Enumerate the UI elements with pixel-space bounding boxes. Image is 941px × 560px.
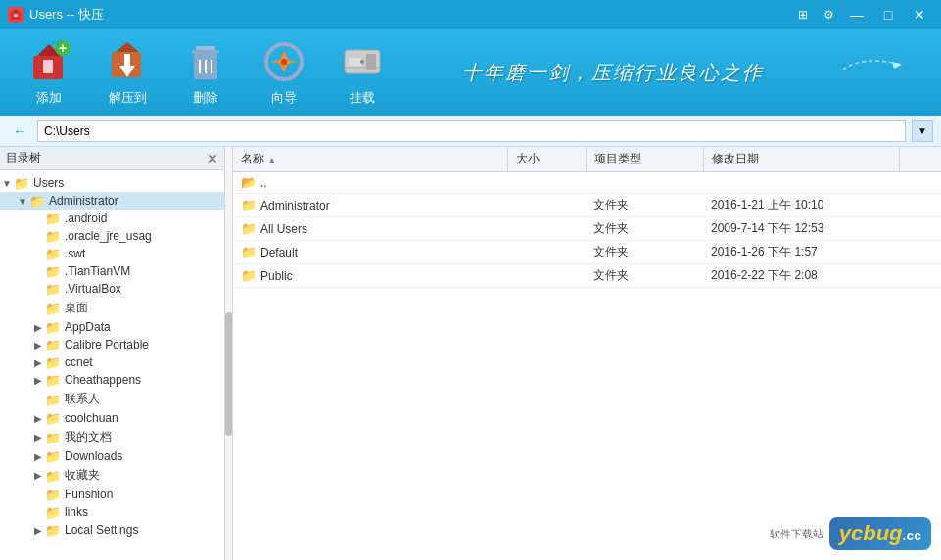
- tree-toggle[interactable]: ▶: [31, 355, 45, 369]
- address-input[interactable]: [37, 120, 906, 142]
- tree-toggle[interactable]: ▶: [31, 469, 45, 483]
- folder-icon: 📁: [45, 229, 61, 243]
- tree-item[interactable]: ▶📁AppData: [0, 318, 224, 336]
- file-size-cell: [507, 172, 586, 194]
- tree-toggle[interactable]: ▶: [31, 338, 45, 351]
- tree-item-label: Users: [33, 176, 64, 190]
- tree-item[interactable]: ▶📁ccnet: [0, 353, 224, 371]
- tree-item[interactable]: ▶📁Local Settings: [0, 521, 224, 538]
- maximize-button[interactable]: □: [874, 4, 902, 25]
- folder-icon: 📁: [29, 194, 45, 208]
- tree-toggle[interactable]: ▼: [0, 176, 14, 190]
- tree-item-label: AppData: [65, 320, 111, 334]
- tree-toggle[interactable]: ▶: [31, 411, 45, 425]
- folder-icon: 📁: [45, 338, 61, 351]
- tree-item[interactable]: 📁联系人: [0, 389, 224, 409]
- file-date-cell: 2016-1-26 下午 1:57: [703, 241, 899, 264]
- tree-item[interactable]: 📁.oracle_jre_usag: [0, 227, 224, 245]
- tree-toggle[interactable]: ▶: [31, 523, 45, 537]
- col-date-header[interactable]: 修改日期: [703, 147, 899, 172]
- folder-icon: 📁: [241, 198, 257, 212]
- file-table-body: 📂.. 📁Administrator 文件夹 2016-1-21 上午 10:1…: [233, 172, 941, 288]
- grid-button[interactable]: ⊞: [792, 4, 814, 25]
- tree-item-label: 我的文档: [65, 429, 112, 445]
- address-bar: ← ▼: [0, 116, 941, 147]
- settings-button[interactable]: ⚙: [818, 4, 839, 25]
- folder-icon: 📁: [45, 469, 61, 483]
- col-size-header[interactable]: 大小: [507, 147, 586, 172]
- tree-item[interactable]: ▶📁我的文档: [0, 427, 224, 447]
- watermark-logo: ycbug: [839, 521, 903, 545]
- delete-button[interactable]: 删除: [176, 38, 235, 107]
- table-row[interactable]: 📁Default 文件夹 2016-1-26 下午 1:57: [233, 241, 941, 264]
- tree-item-label: .android: [65, 211, 107, 225]
- extract-icon: [104, 38, 151, 85]
- folder-icon: 📁: [45, 247, 61, 260]
- col-type-header[interactable]: 项目类型: [586, 147, 703, 172]
- svg-rect-23: [349, 58, 362, 66]
- tree-item[interactable]: 📁.android: [0, 210, 224, 227]
- folder-icon: 📁: [14, 176, 29, 190]
- tree-scrollbar[interactable]: [225, 147, 233, 560]
- extract-button[interactable]: 解压到: [98, 38, 157, 107]
- tree-item[interactable]: 📁.VirtualBox: [0, 280, 224, 298]
- file-date-cell: 2009-7-14 下午 12:53: [703, 217, 899, 241]
- tree-item[interactable]: 📁links: [0, 503, 224, 521]
- tree-item[interactable]: ▶📁收藏夹: [0, 465, 224, 486]
- tree-item[interactable]: 📁桌面: [0, 298, 224, 318]
- file-size-cell: [507, 217, 586, 241]
- tree-toggle[interactable]: ▶: [31, 431, 45, 444]
- table-row[interactable]: 📁All Users 文件夹 2009-7-14 下午 12:53: [233, 217, 941, 241]
- folder-icon: 📁: [241, 221, 257, 236]
- mount-button[interactable]: 挂载: [333, 38, 392, 107]
- tree-body[interactable]: ▼📁Users▼📁Administrator📁.android📁.oracle_…: [0, 170, 224, 560]
- tree-toggle[interactable]: ▶: [31, 320, 45, 334]
- toolbar-slogan: 十年磨一剑，压缩行业良心之作: [392, 60, 833, 86]
- folder-icon: 📁: [45, 211, 61, 225]
- file-size-cell: [507, 241, 586, 264]
- tree-item-label: 联系人: [65, 391, 100, 407]
- tree-item-label: Local Settings: [65, 523, 138, 537]
- guide-button[interactable]: 向导: [255, 38, 313, 107]
- tree-item[interactable]: 📁.TianTianVM: [0, 262, 224, 280]
- tree-item[interactable]: ▼📁Users: [0, 174, 224, 192]
- tree-item-label: Administrator: [49, 194, 118, 208]
- file-name-cell: 📁Default: [233, 241, 507, 264]
- col-extra-header: [899, 147, 941, 172]
- tree-toggle[interactable]: ▼: [16, 194, 29, 208]
- tree-item-label: coolchuan: [65, 411, 118, 425]
- tree-toggle[interactable]: ▶: [31, 373, 45, 387]
- tree-item[interactable]: ▼📁Administrator: [0, 192, 224, 210]
- tree-item[interactable]: 📁Funshion: [0, 486, 224, 503]
- address-dropdown[interactable]: ▼: [912, 120, 933, 142]
- mount-label: 挂载: [350, 89, 375, 107]
- tree-item[interactable]: ▶📁Cheathappens: [0, 371, 224, 389]
- folder-icon: 📁: [45, 282, 61, 296]
- file-type-cell: [586, 172, 703, 194]
- close-button[interactable]: ✕: [906, 4, 933, 25]
- table-row[interactable]: 📂..: [233, 172, 941, 194]
- add-button[interactable]: + 添加: [20, 38, 78, 107]
- tree-item[interactable]: ▶📁Calibre Portable: [0, 336, 224, 353]
- table-row[interactable]: 📁Administrator 文件夹 2016-1-21 上午 10:10: [233, 194, 941, 217]
- folder-icon: 📁: [45, 431, 61, 444]
- main-content: 目录树 ✕ ▼📁Users▼📁Administrator📁.android📁.o…: [0, 147, 941, 560]
- file-type-cell: 文件夹: [586, 264, 703, 288]
- tree-panel: 目录树 ✕ ▼📁Users▼📁Administrator📁.android📁.o…: [0, 147, 225, 560]
- table-row[interactable]: 📁Public 文件夹 2016-2-22 下午 2:08: [233, 264, 941, 288]
- folder-icon: 📁: [45, 373, 61, 387]
- file-name: ..: [260, 176, 267, 190]
- col-name-header[interactable]: 名称 ▲: [233, 147, 507, 172]
- tree-toggle[interactable]: ▶: [31, 449, 45, 463]
- file-extra-cell: [899, 172, 941, 194]
- tree-item[interactable]: 📁.swt: [0, 245, 224, 262]
- tree-toggle-empty: [31, 282, 45, 296]
- tree-item[interactable]: ▶📁Downloads: [0, 447, 224, 465]
- back-button[interactable]: ←: [8, 119, 31, 143]
- tree-item-label: .oracle_jre_usag: [65, 229, 152, 243]
- tree-item[interactable]: ▶📁coolchuan: [0, 409, 224, 427]
- folder-icon: 📁: [241, 268, 257, 283]
- folder-icon: 📁: [241, 245, 257, 259]
- minimize-button[interactable]: —: [843, 4, 870, 25]
- tree-close-button[interactable]: ✕: [207, 151, 218, 166]
